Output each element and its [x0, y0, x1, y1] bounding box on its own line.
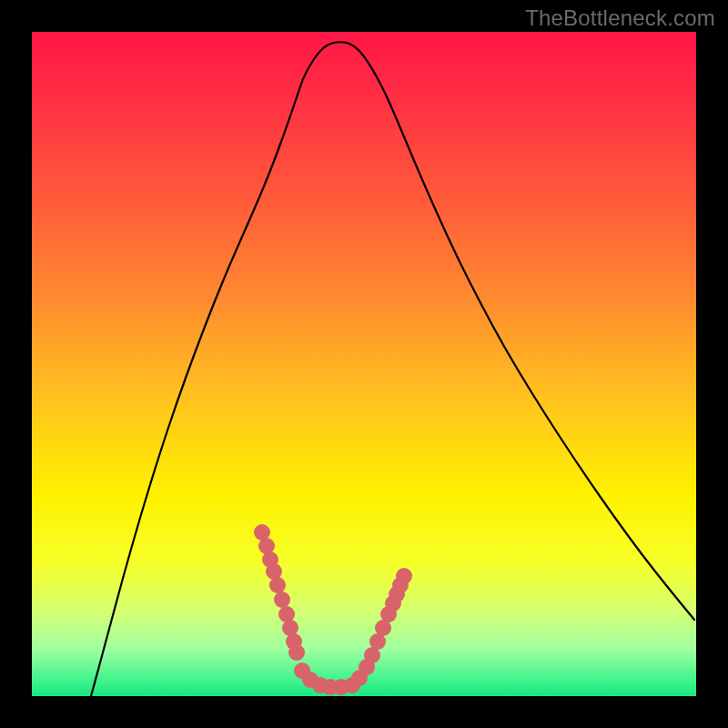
marker-dot [274, 592, 290, 608]
plot-area [32, 32, 696, 696]
marker-dot [396, 568, 412, 584]
chart-frame: TheBottleneck.com [0, 0, 728, 728]
marker-dot [269, 577, 286, 593]
marker-dot [288, 644, 305, 661]
curve-layer [32, 32, 696, 696]
watermark-text: TheBottleneck.com [525, 5, 715, 31]
highlight-markers [254, 524, 412, 695]
